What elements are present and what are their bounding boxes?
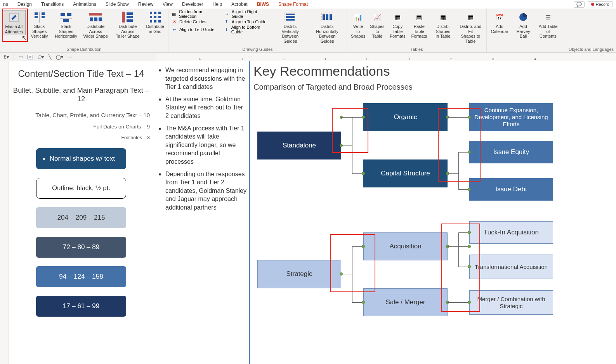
guides-from-selection-button[interactable]: ▦Guides from Selection <box>171 10 219 18</box>
svg-rect-9 <box>63 19 69 22</box>
copy-table-formats-button[interactable]: ▦Copy TableFormats <box>388 10 408 40</box>
distribute-grid-button[interactable]: Distributein Grid <box>145 10 166 35</box>
svg-rect-19 <box>154 12 156 14</box>
match-all-attributes-button[interactable]: Match AllAttributes <box>2 10 26 35</box>
add-calendar-button[interactable]: 📅AddCalendar <box>489 10 510 35</box>
qa-textbox-icon[interactable]: A <box>28 55 33 59</box>
ruler-mark: 4 <box>534 57 536 61</box>
paste-table-formats-button[interactable]: ▤Paste TableFormats <box>409 10 429 40</box>
svg-rect-12 <box>94 17 97 21</box>
sample-normal-shape[interactable]: Normal shapes w/ text <box>36 148 126 169</box>
qa-rect-icon[interactable]: ▭ <box>19 54 23 60</box>
node-organic[interactable]: Organic <box>363 103 448 131</box>
node-sale-merger[interactable]: Sale / Merger <box>363 288 448 316</box>
delete-guides-button[interactable]: ✕Delete Guides <box>171 18 219 26</box>
record-label: Record <box>596 2 609 7</box>
sample-navy-label: 17 – 61 – 99 <box>63 302 100 310</box>
align-left-label: Align to Left Guide <box>179 27 215 32</box>
style-guide-panel: Content/Section Title Text – 14 Bullet, … <box>9 61 156 364</box>
record-button[interactable]: Record <box>588 1 613 7</box>
distribute-wider-icon <box>89 11 102 23</box>
node-issuedebt-label: Issue Debt <box>495 185 527 193</box>
tab-transitions[interactable]: Transitions <box>36 2 68 7</box>
node-standalone[interactable]: Standalone <box>257 132 341 159</box>
add-toc-button[interactable]: ☰Add Tableof Contents <box>536 10 560 40</box>
qa-shape-dropdown[interactable]: ⬠▾ <box>38 54 44 60</box>
node-capstruct-label: Capital Structure <box>381 170 430 177</box>
distrib-horizontal-guides-button[interactable]: Distrib. HorizontallyBetween Guides <box>310 10 344 45</box>
tab-biws[interactable]: BIWS <box>252 2 274 7</box>
add-calendar-label: AddCalendar <box>491 24 508 34</box>
node-tuckin[interactable]: Tuck-In Acquisition <box>469 221 553 244</box>
distrib-fit-shapes-button[interactable]: ▦Distrib. and FitShapes to Table <box>457 10 484 45</box>
comments-icon[interactable]: 💬 <box>574 1 585 8</box>
tab-slideshow[interactable]: Slide Show <box>101 2 134 7</box>
slide-subtitle: Comparison of Targeted and Broad Process… <box>253 83 616 92</box>
align-top-guide-button[interactable]: ⤒Align to Top Guide <box>223 18 271 26</box>
distribute-taller-button[interactable]: Distribute AcrossTaller Shape <box>113 10 143 40</box>
node-salemerger-label: Sale / Merger <box>385 298 425 306</box>
align-left-icon: ⇤ <box>172 27 177 32</box>
tab-design[interactable]: Design <box>13 2 36 7</box>
slide-canvas[interactable]: Key Recommendations Comparison of Target… <box>250 61 616 364</box>
horizontal-ruler: 4 3 2 1 0 1 2 3 4 <box>156 53 616 61</box>
tab-design-partial[interactable]: ns <box>3 2 13 7</box>
distrib-fit-label: Distrib. and FitShapes to Table <box>459 24 483 44</box>
ruler-mark: 1 <box>324 57 326 61</box>
tab-review[interactable]: Review <box>134 2 158 7</box>
tab-shape-format[interactable]: Shape Format <box>274 2 312 7</box>
stack-shapes-vertically-button[interactable]: Stack ShapesVertically <box>27 10 52 40</box>
distrib-shapes-in-table-button[interactable]: ▦Distrib. Shapesin Table <box>430 10 455 40</box>
node-continue-expansion[interactable]: Continue Expansion, Development, and Lic… <box>469 103 553 131</box>
node-issue-equity[interactable]: Issue Equity <box>469 141 553 163</box>
bullet-item: We recommend engaging in targeted discus… <box>165 66 247 91</box>
node-merger-strategic[interactable]: Merger / Combination with Strategic <box>469 290 553 315</box>
distribute-wider-button[interactable]: Distribute AcrossWider Shape <box>80 10 111 40</box>
align-left-guide-button[interactable]: ⇤Align to Left Guide <box>171 26 219 33</box>
qa-more-icon[interactable]: ⋯ <box>68 54 73 60</box>
tab-animations[interactable]: Animations <box>68 2 101 7</box>
tab-help[interactable]: Help <box>208 2 227 7</box>
distrib-vertical-guides-button[interactable]: Distrib. VerticallyBetween Guides <box>275 10 306 45</box>
sample-outline-shape[interactable]: Outline: black, ½ pt. <box>36 178 126 199</box>
ruler-mark: 2 <box>283 57 285 61</box>
match-attributes-icon <box>8 11 20 24</box>
align-right-guide-button[interactable]: ⇥Align to Right Guide <box>223 10 271 18</box>
bullet-item: Depending on the responses from Tier 1 a… <box>165 170 247 212</box>
node-acquisition[interactable]: Acquisition <box>363 232 448 260</box>
ruler-mark: 3 <box>492 57 494 61</box>
tab-view[interactable]: View <box>158 2 177 7</box>
add-harvey-ball-button[interactable]: AddHarvey Ball <box>512 10 535 40</box>
node-issue-debt[interactable]: Issue Debt <box>469 178 553 201</box>
sample-grey-shape[interactable]: 204 – 209 – 215 <box>36 207 126 228</box>
sample-blue-shape[interactable]: 94 – 124 – 158 <box>36 266 126 287</box>
qa-circle-icon[interactable]: ◯▾ <box>56 54 63 60</box>
node-transformational[interactable]: Transformational Acquisition <box>469 255 553 279</box>
heading-bullet-text: Bullet, Subtitle, and Main Paragraph Tex… <box>12 86 150 103</box>
svg-rect-15 <box>127 12 133 15</box>
sample-navy-shape[interactable]: 17 – 61 – 99 <box>36 296 126 317</box>
svg-rect-33 <box>326 14 328 20</box>
sample-normal-label: Normal shapes w/ text <box>50 155 115 163</box>
shapes-to-table-button[interactable]: 📈Shapesto Table <box>368 10 386 40</box>
copy-table-label: Copy TableFormats <box>389 24 406 39</box>
node-acquisition-label: Acquisition <box>389 243 421 250</box>
write-to-shapes-button[interactable]: 📊Write toShapes <box>349 10 367 40</box>
align-bottom-label: Align to Bottom Guide <box>231 25 270 34</box>
svg-rect-28 <box>286 14 295 15</box>
match-all-attributes-label: Match AllAttributes <box>5 24 23 34</box>
node-strategic[interactable]: Strategic <box>257 260 341 288</box>
align-bottom-guide-button[interactable]: ⤓Align to Bottom Guide <box>223 26 271 33</box>
qa-line-icon[interactable]: ╲ <box>49 54 51 60</box>
tab-acrobat[interactable]: Acrobat <box>227 2 252 7</box>
stack-shapes-horizontally-button[interactable]: Stack ShapesHorizontally <box>53 10 78 40</box>
svg-rect-16 <box>127 16 133 18</box>
node-capital-structure[interactable]: Capital Structure <box>363 159 448 187</box>
qa-font-size[interactable]: 8▾ <box>4 54 9 60</box>
add-toc-label: Add Tableof Contents <box>538 24 558 39</box>
tab-developer[interactable]: Developer <box>177 2 208 7</box>
stack-vert-label: Stack ShapesVertically <box>29 24 50 39</box>
svg-rect-3 <box>42 12 45 15</box>
svg-rect-7 <box>67 13 71 16</box>
sample-dark-shape[interactable]: 72 – 80 – 89 <box>36 237 126 258</box>
